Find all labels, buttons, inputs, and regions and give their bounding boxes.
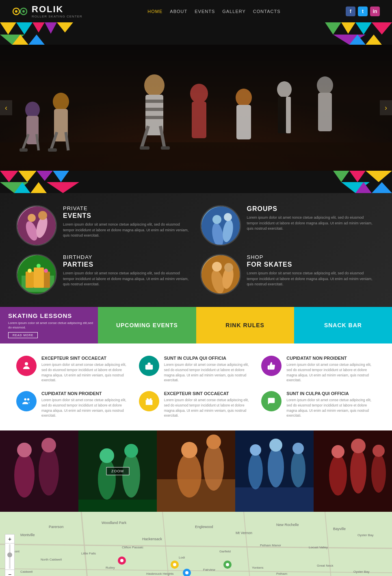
svg-point-81 — [37, 264, 41, 268]
band-snack-bar[interactable]: SNACK BAR — [294, 307, 392, 343]
svg-text:Rutley: Rutley — [106, 566, 115, 569]
nav-contacts[interactable]: CONTACTS — [253, 9, 281, 14]
mid-triangles — [0, 171, 392, 193]
svg-rect-45 — [318, 93, 332, 131]
gallery-item-5[interactable] — [314, 430, 392, 512]
svg-text:Locust Valley: Locust Valley — [309, 546, 328, 549]
svg-marker-60 — [366, 171, 392, 182]
band-snack-bar-label: SNACK BAR — [324, 322, 362, 328]
svg-point-22 — [25, 102, 40, 118]
svg-point-100 — [98, 459, 116, 500]
service-private-events: PRIVATE EVENTS Lorem ipsum dolor sit ame… — [16, 205, 192, 246]
service-private-desc: Lorem ipsum dolor sit amet nonce ctetue … — [63, 222, 192, 239]
svg-text:Lodi: Lodi — [179, 556, 185, 559]
gallery-item-4[interactable] — [235, 430, 314, 512]
main-nav: HOME ABOUT EVENTS GALLERY CONTACTS — [147, 9, 280, 14]
nav-home[interactable]: HOME — [147, 9, 162, 14]
svg-point-123 — [331, 445, 344, 458]
svg-point-103 — [124, 444, 138, 458]
service-groups-desc: Lorem ipsum dolor sit amet nonce ctetue … — [247, 215, 376, 232]
feature-2-icon — [139, 356, 159, 376]
svg-text:Pelham Manor: Pelham Manor — [260, 543, 281, 547]
map-zoom-out-button[interactable]: − — [5, 569, 14, 576]
svg-rect-48 — [140, 146, 149, 150]
svg-text:Fairview: Fairview — [203, 568, 215, 572]
service-groups-title: GROUPS — [247, 205, 376, 213]
service-groups-image — [200, 205, 241, 246]
svg-marker-57 — [47, 182, 79, 193]
svg-point-122 — [371, 454, 386, 493]
feature-3-content: CUPIDATAT NON PROIDENT Lorem ipsum dolor… — [286, 356, 376, 383]
svg-text:Montville: Montville — [20, 533, 35, 537]
svg-marker-56 — [53, 171, 69, 182]
map-zoom-in-button[interactable]: + — [5, 535, 14, 543]
gallery-item-1[interactable] — [0, 430, 78, 512]
svg-marker-15 — [355, 22, 372, 35]
svg-marker-7 — [32, 22, 45, 33]
service-shop-title: FOR SKATES — [247, 261, 376, 268]
groups-illustration — [201, 206, 241, 246]
svg-marker-6 — [16, 22, 32, 35]
svg-point-124 — [351, 439, 366, 453]
chat-icon — [267, 397, 276, 406]
hero-prev-button[interactable]: ‹ — [0, 100, 12, 115]
feature-3: CUPIDATAT NON PROIDENT Lorem ipsum dolor… — [261, 356, 376, 383]
top-triangles — [0, 22, 392, 45]
svg-text:Garfield: Garfield — [219, 550, 231, 553]
nav-about[interactable]: ABOUT — [170, 9, 187, 14]
svg-text:Parerson: Parerson — [49, 525, 64, 529]
svg-text:Yonkers: Yonkers — [252, 566, 264, 569]
nav-gallery[interactable]: GALLERY — [222, 9, 246, 14]
svg-point-26 — [53, 93, 69, 111]
band-upcoming-events[interactable]: UPCOMING EVENTS — [98, 307, 196, 343]
birthday-illustration — [17, 255, 57, 295]
gift-icon — [145, 397, 154, 406]
service-birthday-title: PARTIES — [63, 261, 192, 268]
feature-3-desc: Lorem ipsum dolor sit amet conse ctetue … — [286, 362, 376, 383]
twitter-icon[interactable]: t — [358, 7, 368, 16]
feature-6: SUNT IN CULPA QUI OFFICIA Lorem ipsum do… — [261, 391, 376, 418]
map-image: Montville Parerson Woodland Park Hackens… — [0, 512, 392, 576]
band-skating-label: SKATING LESSONS — [8, 312, 72, 319]
hero-section: ‹ › — [0, 45, 392, 171]
svg-point-85 — [212, 262, 222, 272]
svg-point-110 — [206, 435, 221, 449]
svg-marker-19 — [366, 35, 382, 45]
gallery-item-3[interactable] — [157, 430, 235, 512]
svg-point-87 — [25, 362, 28, 365]
svg-marker-8 — [45, 22, 57, 34]
svg-rect-76 — [26, 272, 34, 288]
svg-marker-14 — [341, 22, 355, 34]
feature-6-desc: Lorem ipsum dolor sit amet conse ctetue … — [286, 398, 376, 418]
band-skating-lessons: SKATING LESSONS Lorem ipsum color sit am… — [0, 307, 98, 343]
suitcase-icon — [145, 361, 154, 370]
svg-point-86 — [224, 263, 233, 272]
nav-events[interactable]: EVENTS — [195, 9, 215, 14]
map-zoom-handle[interactable] — [7, 552, 12, 557]
hero-next-button[interactable]: › — [380, 100, 392, 115]
svg-point-37 — [190, 84, 208, 103]
group-icon — [22, 397, 31, 406]
gallery-item-2[interactable]: ZOOM — [78, 430, 157, 512]
svg-marker-59 — [349, 171, 366, 182]
feature-5-desc: Lorem ipsum dolor sit amet conse ctetue … — [164, 398, 253, 418]
svg-marker-13 — [325, 22, 341, 35]
skating-read-more-button[interactable]: READ MORE — [8, 332, 38, 338]
svg-point-175 — [185, 571, 188, 574]
svg-rect-104 — [78, 500, 157, 512]
feature-4-icon — [16, 391, 37, 411]
svg-marker-51 — [18, 171, 37, 182]
band-rink-rules[interactable]: RINK RULES — [196, 307, 294, 343]
instagram-icon[interactable]: in — [370, 7, 380, 16]
service-groups: GROUPS Lorem ipsum dolor sit amet nonce … — [200, 205, 376, 246]
svg-point-109 — [181, 442, 197, 458]
svg-rect-38 — [192, 102, 206, 138]
svg-point-41 — [277, 81, 292, 98]
logo: ROLIK ROLLER SKATING CENTER — [12, 4, 82, 18]
svg-point-44 — [317, 76, 333, 94]
shop-illustration — [201, 255, 241, 295]
facebook-icon[interactable]: f — [346, 7, 355, 16]
svg-point-39 — [236, 89, 252, 107]
feature-2-title: SUNT IN CULPA QUI OFFICIA — [164, 356, 253, 361]
gallery-zoom-button[interactable]: ZOOM — [106, 467, 129, 475]
